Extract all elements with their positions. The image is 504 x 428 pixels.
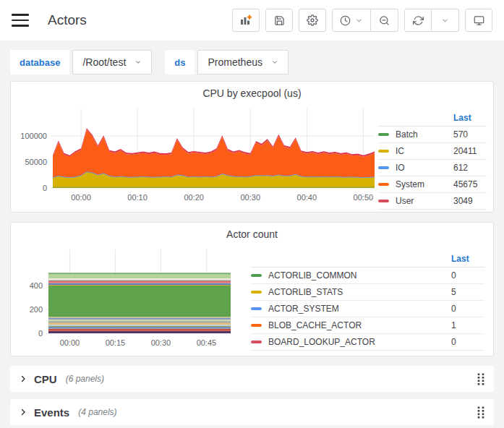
svg-text:00:45: 00:45	[197, 338, 217, 347]
legend-row: BOARD_LOOKUP_ACTOR0	[251, 334, 484, 351]
variable-label-database: database	[10, 50, 69, 74]
chevron-down-icon	[441, 17, 449, 25]
legend-series-swatch[interactable]	[251, 341, 262, 343]
legend-series-last-value: 3049	[453, 196, 487, 206]
legend-series-swatch[interactable]	[378, 183, 389, 186]
row-events[interactable]: Events (4 panels)	[10, 399, 494, 425]
svg-text:00:00: 00:00	[60, 338, 80, 347]
legend-series-label[interactable]: ACTOR_SYSTEM	[268, 304, 451, 314]
refresh-button[interactable]	[404, 9, 432, 32]
variable-label-ds: ds	[165, 50, 195, 74]
legend-row: IC20411	[378, 143, 487, 160]
svg-text:400: 400	[30, 281, 43, 290]
legend-series-label[interactable]: ACTORLIB_STATS	[268, 287, 451, 297]
add-panel-button[interactable]	[232, 9, 260, 32]
variables-bar: database /Root/test ds Prometheus	[0, 40, 504, 81]
row-cpu[interactable]: CPU (6 panels)	[10, 366, 494, 392]
legend-series-swatch[interactable]	[378, 150, 389, 153]
legend-series-swatch[interactable]	[378, 133, 389, 136]
legend-series-last-value: 0	[451, 337, 484, 347]
variable-select-ds[interactable]: Prometheus	[197, 50, 288, 74]
chevron-right-icon	[19, 374, 27, 383]
legend-series-label[interactable]: BOARD_LOOKUP_ACTOR	[268, 337, 451, 347]
legend-swatch-spacer	[378, 116, 389, 119]
legend-series-label[interactable]: Batch	[396, 129, 453, 140]
zoom-out-button[interactable]	[371, 9, 398, 32]
legend-row: ACTORLIB_STATS5	[251, 284, 484, 301]
legend-swatch-spacer	[251, 257, 262, 260]
legend-series-label[interactable]: BLOB_CACHE_ACTOR	[268, 320, 451, 330]
actor-count-legend: LastACTORLIB_COMMON0ACTORLIB_STATS5ACTOR…	[251, 251, 484, 351]
legend-series-label[interactable]: System	[396, 179, 453, 189]
svg-text:0: 0	[43, 184, 47, 192]
legend-series-swatch[interactable]	[251, 274, 262, 277]
legend-series-last-value: 45675	[453, 179, 487, 189]
actor-count-chart[interactable]: 020040000:0000:1500:3000:45	[17, 244, 241, 356]
save-icon	[274, 15, 285, 26]
svg-text:00:00: 00:00	[71, 193, 91, 202]
cpu-execpool-legend: LastBatch570IC20411IO612System45675User3…	[378, 110, 487, 210]
legend-series-swatch[interactable]	[378, 200, 389, 202]
dashboard-toolbar	[232, 9, 492, 32]
legend-series-last-value: 5	[451, 287, 484, 297]
svg-text:50000: 50000	[25, 158, 47, 166]
variable-ds: ds Prometheus	[165, 50, 289, 74]
row-drag-handle[interactable]	[477, 406, 485, 419]
legend-row: ACTORLIB_COMMON0	[251, 268, 484, 284]
legend-series-swatch[interactable]	[251, 324, 262, 327]
variable-select-database[interactable]: /Root/test	[72, 50, 152, 74]
dashboard-settings-button[interactable]	[299, 9, 326, 32]
legend-header-row: Last	[251, 251, 484, 268]
refresh-icon	[413, 15, 424, 26]
svg-text:00:30: 00:30	[240, 193, 260, 202]
legend-series-last-value: 20411	[453, 146, 487, 156]
grip-icon	[477, 406, 485, 419]
legend-series-label[interactable]: IO	[396, 163, 453, 173]
dashboard-title: Actors	[48, 12, 87, 28]
top-navbar: Actors	[0, 0, 504, 40]
legend-row: IO612	[378, 160, 487, 176]
legend-series-label[interactable]: User	[396, 196, 453, 206]
legend-series-last-value: 0	[451, 270, 484, 281]
svg-text:00:40: 00:40	[297, 193, 317, 202]
row-title: Events	[34, 406, 69, 419]
row-panel-count: (4 panels)	[78, 407, 116, 417]
legend-series-label[interactable]: IC	[396, 146, 453, 156]
time-range-button[interactable]	[332, 9, 371, 32]
legend-last-header[interactable]: Last	[451, 254, 484, 264]
tv-mode-button[interactable]	[465, 9, 492, 32]
panel-title-cpu-execpool[interactable]: CPU by execpool (us)	[17, 85, 487, 103]
legend-series-swatch[interactable]	[251, 291, 262, 294]
save-dashboard-button[interactable]	[265, 9, 293, 32]
refresh-interval-button[interactable]	[432, 9, 459, 32]
svg-text:00:50: 00:50	[354, 193, 374, 202]
gear-icon	[307, 14, 318, 26]
clock-icon	[340, 15, 351, 26]
chevron-right-icon	[19, 408, 27, 416]
monitor-icon	[474, 15, 484, 26]
row-title: CPU	[34, 373, 57, 385]
time-controls	[332, 9, 398, 32]
add-panel-icon	[240, 14, 252, 26]
row-drag-handle[interactable]	[477, 373, 485, 385]
dashboard-grid: CPU by execpool (us) 05000010000000:0000…	[0, 81, 504, 425]
legend-header-row: Last	[378, 110, 487, 127]
menu-button[interactable]	[12, 14, 29, 27]
svg-text:200: 200	[30, 305, 43, 314]
chevron-down-icon	[355, 17, 363, 25]
chevron-down-icon	[134, 59, 142, 66]
legend-series-label[interactable]: ACTORLIB_COMMON	[268, 270, 451, 281]
svg-text:00:10: 00:10	[127, 193, 148, 202]
legend-row: ACTOR_SYSTEM0	[251, 301, 484, 317]
svg-text:0: 0	[38, 329, 43, 338]
svg-text:00:15: 00:15	[106, 338, 126, 347]
variable-database: database /Root/test	[10, 50, 152, 74]
legend-series-swatch[interactable]	[378, 166, 389, 169]
cpu-execpool-chart[interactable]: 05000010000000:0000:1000:2000:3000:4000:…	[17, 103, 378, 211]
legend-row: System45675	[378, 176, 487, 193]
grip-icon	[477, 373, 485, 385]
legend-series-swatch[interactable]	[251, 307, 262, 310]
legend-last-header[interactable]: Last	[453, 113, 487, 123]
panel-title-actor-count[interactable]: Actor count	[17, 226, 487, 244]
svg-text:100000: 100000	[20, 132, 47, 140]
